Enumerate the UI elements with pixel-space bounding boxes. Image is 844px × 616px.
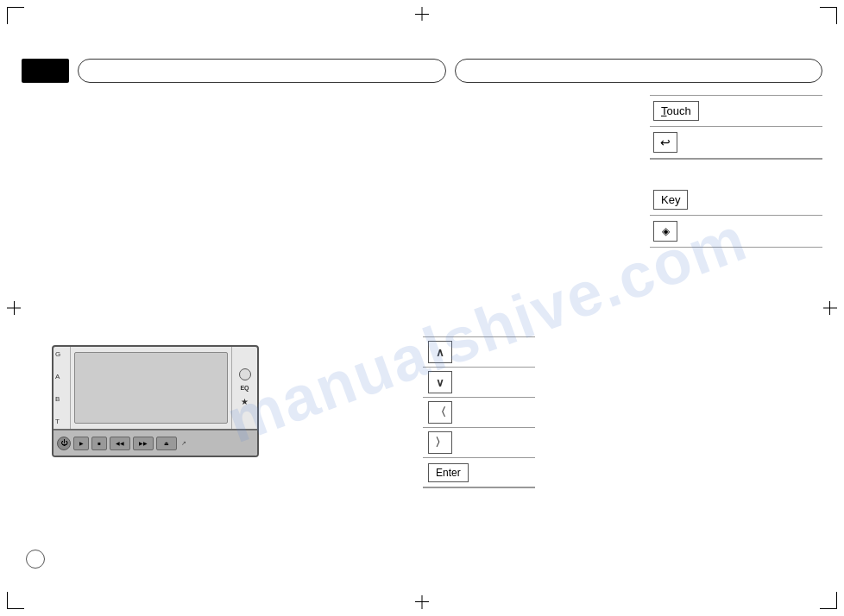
device-right-icons: EQ ★ bbox=[231, 347, 257, 429]
key-label-box: Key bbox=[653, 190, 688, 210]
device-label-g: G bbox=[55, 350, 68, 358]
power-icon: ⏻ bbox=[60, 439, 67, 447]
crosshair-right-v bbox=[829, 301, 830, 315]
bottom-circle bbox=[26, 550, 45, 569]
right-panel: Touch ↩ Key ◈ bbox=[650, 95, 822, 248]
ctrl-right-row: 〉 bbox=[423, 428, 535, 458]
device-icon-star: ★ bbox=[239, 396, 251, 408]
back-arrow-icon: ↩ bbox=[660, 135, 671, 149]
right-arrow-icon: 〉 bbox=[435, 435, 446, 450]
back-arrow-row: ↩ bbox=[650, 127, 822, 159]
touch-rest: ouch bbox=[667, 104, 691, 117]
controls-panel: ∧ ∨ 〈 〉 Enter bbox=[423, 336, 535, 488]
device-diagram: G A B T EQ ★ ⏻ ▶ ■ ◀◀ ▶▶ ⏏ ↗ bbox=[52, 345, 259, 466]
device-small-text: ↗ bbox=[181, 440, 186, 447]
down-arrow-icon: ∨ bbox=[436, 376, 444, 389]
device-btn-1[interactable]: ▶ bbox=[73, 437, 89, 450]
right-panel-gap bbox=[650, 159, 822, 185]
device-btn-3[interactable]: ◀◀ bbox=[110, 437, 130, 450]
ctrl-enter-row: Enter bbox=[423, 458, 535, 487]
touch-label-box: Touch bbox=[653, 101, 699, 121]
ctrl-down-button[interactable]: ∨ bbox=[428, 371, 452, 393]
device-btn-4[interactable]: ▶▶ bbox=[133, 437, 154, 450]
crosshair-bottom-h bbox=[415, 601, 429, 602]
ctrl-enter-button[interactable]: Enter bbox=[428, 463, 469, 482]
device-screen bbox=[74, 352, 228, 424]
device-btn-power[interactable]: ⏻ bbox=[57, 437, 71, 450]
device-icon-eq: EQ bbox=[239, 384, 251, 393]
nav-arrow-icon: ◈ bbox=[662, 225, 670, 237]
device-label-b: B bbox=[55, 395, 68, 403]
header-black-box bbox=[22, 59, 69, 83]
corner-mark-br bbox=[820, 592, 837, 609]
ctrl-right-button[interactable]: 〉 bbox=[428, 431, 452, 454]
ctrl-up-row: ∧ bbox=[423, 337, 535, 368]
ctrl-up-button[interactable]: ∧ bbox=[428, 341, 452, 363]
nav-arrow-box[interactable]: ◈ bbox=[653, 221, 677, 242]
enter-label: Enter bbox=[436, 467, 461, 479]
device-label-t: T bbox=[55, 418, 68, 425]
device-screen-area: G A B T EQ ★ bbox=[54, 347, 257, 430]
back-arrow-box[interactable]: ↩ bbox=[653, 132, 677, 153]
device-btn-5[interactable]: ⏏ bbox=[156, 437, 177, 450]
ctrl-down-row: ∨ bbox=[423, 368, 535, 398]
crosshair-left-v bbox=[14, 301, 15, 315]
crosshair-bottom-v bbox=[422, 595, 423, 609]
header-pill-left bbox=[78, 59, 446, 83]
ctrl-left-row: 〈 bbox=[423, 398, 535, 428]
nav-arrow-row: ◈ bbox=[650, 216, 822, 248]
device-outer: G A B T EQ ★ ⏻ ▶ ■ ◀◀ ▶▶ ⏏ ↗ bbox=[52, 345, 259, 457]
corner-mark-bl bbox=[7, 592, 24, 609]
up-arrow-icon: ∧ bbox=[436, 346, 444, 359]
key-label: Key bbox=[661, 193, 680, 206]
ctrl-bottom-line bbox=[423, 487, 535, 488]
crosshair-right-h bbox=[823, 308, 837, 309]
ctrl-left-button[interactable]: 〈 bbox=[428, 401, 452, 424]
corner-mark-tl bbox=[7, 7, 24, 24]
crosshair-top-h bbox=[415, 14, 429, 15]
corner-mark-tr bbox=[820, 7, 837, 24]
key-row: Key bbox=[650, 185, 822, 216]
device-icon-circle bbox=[239, 368, 251, 380]
device-btn-2[interactable]: ■ bbox=[91, 437, 107, 450]
header-area bbox=[22, 59, 822, 83]
header-pill-right bbox=[455, 59, 823, 83]
device-bottom-bar: ⏻ ▶ ■ ◀◀ ▶▶ ⏏ ↗ bbox=[54, 430, 257, 456]
device-left-labels: G A B T bbox=[54, 347, 71, 429]
left-arrow-icon: 〈 bbox=[435, 405, 446, 420]
device-label-a: A bbox=[55, 373, 68, 380]
touch-row: Touch bbox=[650, 96, 822, 127]
